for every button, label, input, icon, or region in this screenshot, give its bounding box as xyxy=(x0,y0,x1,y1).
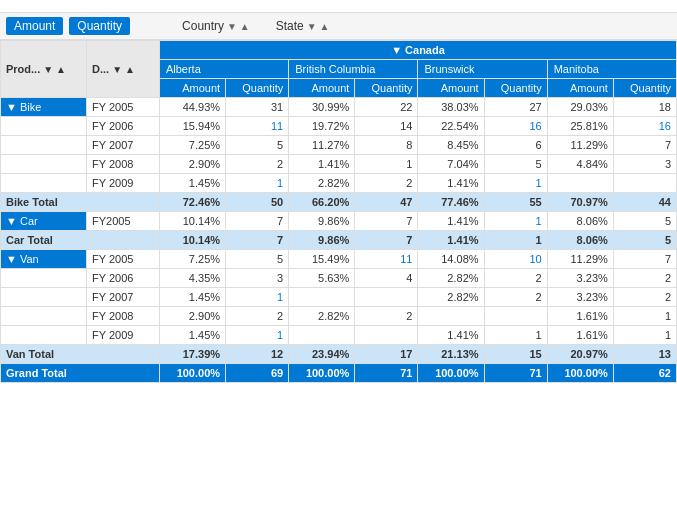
category-spacer xyxy=(1,136,87,155)
data-cell: 7 xyxy=(613,250,676,269)
data-cell: 1 xyxy=(226,174,289,193)
data-cell: 2 xyxy=(613,288,676,307)
year-label: FY 2006 xyxy=(87,117,160,136)
state-label: State xyxy=(276,19,304,33)
data-cell: 4.84% xyxy=(547,155,613,174)
data-cell: 5.63% xyxy=(289,269,355,288)
data-cell: 10.14% xyxy=(159,231,225,250)
table-row: FY 20091.45%12.82%21.41%1 xyxy=(1,174,677,193)
table-row: FY 20082.90%22.82%21.61%1 xyxy=(1,307,677,326)
data-cell: 50 xyxy=(226,193,289,212)
data-cell: 10.14% xyxy=(159,212,225,231)
data-cell: 2 xyxy=(226,155,289,174)
year-label: FY 2005 xyxy=(87,98,160,117)
data-cell: 7.25% xyxy=(159,250,225,269)
data-cell: 1.45% xyxy=(159,288,225,307)
data-cell xyxy=(484,307,547,326)
data-cell: 1.41% xyxy=(289,155,355,174)
data-cell: 1 xyxy=(613,307,676,326)
data-cell: 2.90% xyxy=(159,155,225,174)
data-cell: 2 xyxy=(355,174,418,193)
data-cell: 21.13% xyxy=(418,345,484,364)
table-row: FY 20091.45%11.41%11.61%1 xyxy=(1,326,677,345)
data-cell: 1 xyxy=(355,155,418,174)
data-cell: 69 xyxy=(226,364,289,383)
table-row: Car Total10.14%79.86%71.41%18.06%5 xyxy=(1,231,677,250)
data-cell: 1 xyxy=(226,326,289,345)
year-label: FY 2009 xyxy=(87,326,160,345)
state-filter[interactable]: State ▼ ▲ xyxy=(276,19,330,33)
total-label: Bike Total xyxy=(1,193,160,212)
data-cell: 2 xyxy=(613,269,676,288)
data-cell: 2 xyxy=(484,269,547,288)
category-label: ▼ Car xyxy=(1,212,87,231)
data-cell: 11.29% xyxy=(547,250,613,269)
data-cell: 27 xyxy=(484,98,547,117)
data-cell: 1 xyxy=(484,212,547,231)
data-cell: 15.49% xyxy=(289,250,355,269)
amount-pill[interactable]: Amount xyxy=(6,17,63,35)
data-cell xyxy=(418,307,484,326)
data-cell: 7 xyxy=(355,231,418,250)
data-cell: 1.41% xyxy=(418,231,484,250)
category-spacer xyxy=(1,155,87,174)
data-cell: 16 xyxy=(484,117,547,136)
data-cell: 29.03% xyxy=(547,98,613,117)
country-label: Country xyxy=(182,19,224,33)
data-cell: 8.45% xyxy=(418,136,484,155)
data-cell xyxy=(289,326,355,345)
data-cell: 100.00% xyxy=(289,364,355,383)
alberta-amount: Amount xyxy=(159,79,225,98)
data-cell: 2.82% xyxy=(418,269,484,288)
data-cell xyxy=(547,174,613,193)
data-cell: 15 xyxy=(484,345,547,364)
category-label: ▼ Van xyxy=(1,250,87,269)
data-cell: 9.86% xyxy=(289,231,355,250)
data-cell: 22 xyxy=(355,98,418,117)
data-cell: 17 xyxy=(355,345,418,364)
pivot-container: Prod... ▼ ▲ D... ▼ ▲ ▼ Canada Alberta Br… xyxy=(0,40,677,383)
category-spacer xyxy=(1,288,87,307)
data-cell: 4 xyxy=(355,269,418,288)
country-filter[interactable]: Country ▼ ▲ xyxy=(182,19,250,33)
data-cell: 66.20% xyxy=(289,193,355,212)
data-cell: 22.54% xyxy=(418,117,484,136)
manitoba-qty: Quantity xyxy=(613,79,676,98)
data-cell: 71 xyxy=(484,364,547,383)
table-row: FY 20064.35%35.63%42.82%23.23%2 xyxy=(1,269,677,288)
table-row: ▼ BikeFY 200544.93%3130.99%2238.03%2729.… xyxy=(1,98,677,117)
data-cell: 14 xyxy=(355,117,418,136)
table-row: Van Total17.39%1223.94%1721.13%1520.97%1… xyxy=(1,345,677,364)
data-cell: 2.82% xyxy=(289,307,355,326)
year-label: FY 2007 xyxy=(87,136,160,155)
data-cell: 100.00% xyxy=(547,364,613,383)
data-cell: 1.41% xyxy=(418,212,484,231)
year-label: FY 2008 xyxy=(87,155,160,174)
table-row: ▼ CarFY200510.14%79.86%71.41%18.06%5 xyxy=(1,212,677,231)
prod-col-header: Prod... ▼ ▲ xyxy=(1,41,87,98)
data-cell: 10 xyxy=(484,250,547,269)
category-spacer xyxy=(1,269,87,288)
data-cell: 62 xyxy=(613,364,676,383)
filter-bar: Amount Quantity Country ▼ ▲ State ▼ ▲ xyxy=(0,13,677,40)
table-row: FY 200615.94%1119.72%1422.54%1625.81%16 xyxy=(1,117,677,136)
data-cell: 1.61% xyxy=(547,326,613,345)
data-cell: 16 xyxy=(613,117,676,136)
data-cell: 7.04% xyxy=(418,155,484,174)
data-cell: 7 xyxy=(226,231,289,250)
quantity-pill[interactable]: Quantity xyxy=(69,17,130,35)
data-cell: 55 xyxy=(484,193,547,212)
data-cell: 7.25% xyxy=(159,136,225,155)
data-cell: 3 xyxy=(226,269,289,288)
data-cell: 44 xyxy=(613,193,676,212)
data-cell: 30.99% xyxy=(289,98,355,117)
total-label: Car Total xyxy=(1,231,160,250)
data-cell: 2.90% xyxy=(159,307,225,326)
year-label: FY 2005 xyxy=(87,250,160,269)
data-cell xyxy=(613,174,676,193)
data-cell: 7 xyxy=(613,136,676,155)
data-cell: 5 xyxy=(484,155,547,174)
data-cell: 9.86% xyxy=(289,212,355,231)
total-label: Van Total xyxy=(1,345,160,364)
data-cell: 1.41% xyxy=(418,326,484,345)
